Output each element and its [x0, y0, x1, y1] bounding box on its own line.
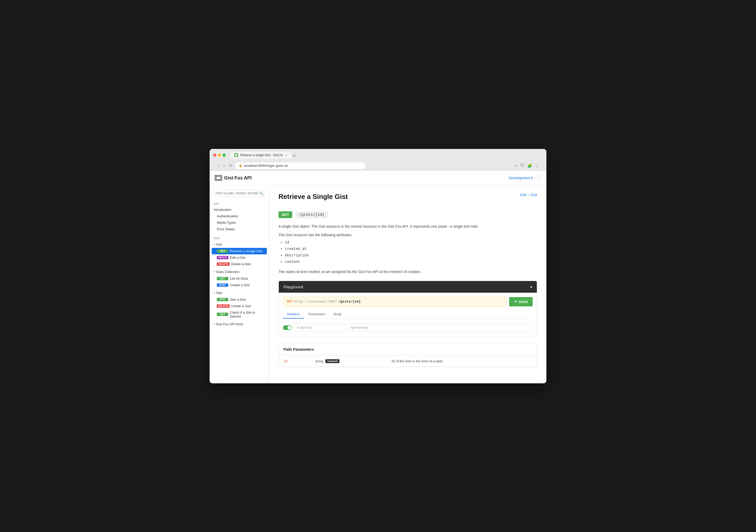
- menu-icon[interactable]: ⋮: [535, 163, 539, 168]
- browser-window: Retrieve a Single Gist - Gist Fo × + ‹ ›…: [210, 149, 546, 383]
- root-group-header[interactable]: ▾ Gist Fox API Root: [210, 321, 269, 328]
- playground-url-bar[interactable]: GET http://localhost:8087 /gists/{id}: [283, 297, 506, 306]
- browser-controls: Retrieve a Single Gist - Gist Fo × +: [213, 151, 543, 159]
- tab-favicon: [234, 153, 238, 157]
- breadcrumb: Gist / Gist: [520, 193, 537, 197]
- svg-point-0: [235, 154, 237, 156]
- page-header: Retrieve a Single Gist Gist / Gist: [279, 193, 537, 206]
- app-logo: Gist Fox API: [215, 175, 252, 181]
- root-group: ▾ Gist Fox API Root: [210, 321, 269, 328]
- send-button[interactable]: ✈ Send: [509, 297, 533, 306]
- refresh-button[interactable]: ↻: [228, 163, 233, 169]
- gists-collection-group-header[interactable]: ▾ Gists Collection: [210, 268, 269, 275]
- attr-description: description: [285, 252, 537, 258]
- param-name-id: id: [279, 356, 312, 366]
- playground-header[interactable]: Playground ▾: [279, 281, 537, 293]
- header-row: [283, 323, 533, 332]
- params-table: id string required ID of the Gist in the…: [279, 355, 537, 367]
- forward-button[interactable]: ›: [222, 163, 226, 168]
- tab-close-icon[interactable]: ×: [285, 153, 287, 157]
- extension-icon[interactable]: 🧩: [527, 163, 532, 168]
- back-button[interactable]: ‹: [217, 163, 220, 168]
- states-text: The states id and created_at are assigne…: [279, 269, 537, 275]
- breadcrumb-gist-link[interactable]: Gist: [520, 193, 526, 197]
- star-group: ▾ Star PUT Star a Gist DELETE Unstar a G…: [210, 289, 269, 320]
- header-value-input[interactable]: [348, 324, 533, 332]
- info-label: i: [538, 176, 539, 180]
- search-input[interactable]: [213, 190, 266, 197]
- gists-collection-chevron-icon: ▾: [214, 270, 215, 273]
- endpoint-badge-row: GET /gists/{id}: [279, 211, 537, 218]
- post-badge: POST: [217, 283, 228, 287]
- param-row-id: id string required ID of the Gist in the…: [279, 356, 537, 367]
- param-type-id: string required: [312, 356, 389, 366]
- env-chevron-icon: ▾: [531, 176, 533, 180]
- sidebar-item-delete-gist[interactable]: DELETE Delete a Gist: [210, 261, 269, 267]
- tab-headers[interactable]: Headers: [283, 310, 304, 319]
- close-button[interactable]: [213, 154, 216, 157]
- sidebar-item-media-types[interactable]: Media Types: [210, 219, 269, 226]
- page-title: Retrieve a Single Gist: [279, 193, 348, 201]
- lock-icon: 🔒: [239, 164, 242, 167]
- path-params-section: Path Parameters id string required ID of…: [279, 343, 537, 367]
- sidebar-item-star-gist[interactable]: PUT Star a Gist: [210, 296, 269, 303]
- header-right: Development ▾ i: [509, 175, 541, 181]
- url-host: http://localhost:8087: [294, 300, 337, 304]
- app-container: Gist Fox API Development ▾ i 🔍 AP: [210, 171, 546, 383]
- search-box: 🔍: [213, 190, 266, 197]
- playground-tabs: Headers Parameters Body: [283, 310, 533, 319]
- env-selector[interactable]: Development ▾: [509, 176, 533, 180]
- put-badge: PUT: [217, 298, 228, 301]
- attr-id: id: [285, 239, 537, 246]
- playground-body: GET http://localhost:8087 /gists/{id} ✈ …: [279, 293, 537, 337]
- list-get-badge: GET: [217, 277, 228, 280]
- playground-chevron-icon: ▾: [530, 285, 532, 289]
- app-title: Gist Fox API: [224, 175, 252, 181]
- gist-section-label: GIST: [210, 235, 269, 241]
- sidebar-item-edit-gist[interactable]: PATCH Edit a Gist: [210, 254, 269, 261]
- header-toggle[interactable]: [283, 325, 292, 330]
- param-id-text: id: [284, 359, 287, 363]
- sidebar-item-introduction[interactable]: Introduction: [210, 206, 269, 213]
- shield-icon[interactable]: 🛡: [521, 163, 525, 168]
- traffic-lights: [213, 154, 226, 157]
- active-tab[interactable]: Retrieve a Single Gist - Gist Fo ×: [230, 151, 291, 159]
- endpoint-path: /gists/{id}: [295, 211, 328, 218]
- tab-body[interactable]: Body: [330, 310, 346, 319]
- star-group-header[interactable]: ▾ Star: [210, 289, 269, 296]
- bookmark-icon[interactable]: ☆: [514, 163, 518, 168]
- unstar-delete-badge: DELETE: [217, 304, 230, 308]
- minimize-button[interactable]: [218, 154, 221, 157]
- sidebar: 🔍 API Introduction Authentication Media …: [210, 185, 269, 383]
- sidebar-item-error-states[interactable]: Error States: [210, 226, 269, 232]
- star-chevron-icon: ▾: [214, 291, 215, 294]
- maximize-button[interactable]: [223, 154, 226, 157]
- logo-icon: [215, 175, 222, 181]
- new-tab-button[interactable]: +: [293, 153, 296, 159]
- sidebar-item-check-starred[interactable]: GET Check if a Gist is Starred: [210, 309, 269, 320]
- toggle-knob: [287, 326, 291, 330]
- path-params-title: Path Parameters: [284, 347, 314, 352]
- sidebar-item-authentication[interactable]: Authentication: [210, 213, 269, 219]
- sidebar-item-create-gist[interactable]: POST Create a Gist: [210, 282, 269, 288]
- sidebar-item-unstar-gist[interactable]: DELETE Unstar a Gist: [210, 303, 269, 309]
- sidebar-item-retrieve-gist[interactable]: GET Retrieve a Single Gist: [212, 248, 267, 254]
- sidebar-item-list-gists[interactable]: GET List All Gists: [210, 275, 269, 282]
- env-label: Development: [509, 176, 530, 180]
- description-1: A single Gist object. The Gist resource …: [279, 224, 537, 229]
- gist-group-header[interactable]: ▾ Gist: [210, 241, 269, 248]
- address-bar-row: ‹ › ↻ 🔒 localhost:8000/#/get~gists~id ☆ …: [213, 161, 543, 171]
- delete-badge: DELETE: [217, 262, 230, 266]
- breadcrumb-gist-link-2[interactable]: Gist: [530, 193, 537, 197]
- address-bar[interactable]: 🔒 localhost:8000/#/get~gists~id: [235, 162, 365, 169]
- states-created-at-italic: created_at: [307, 270, 324, 274]
- gist-chevron-icon: ▾: [214, 243, 215, 246]
- param-description: ID of the Gist in the form of a hash.: [389, 356, 537, 366]
- info-button[interactable]: i: [535, 175, 541, 181]
- header-key-input[interactable]: [294, 324, 346, 332]
- url-method: GET: [287, 300, 293, 304]
- address-url: localhost:8000/#/get~gists~id: [244, 164, 287, 168]
- tab-parameters[interactable]: Parameters: [304, 310, 330, 319]
- playground-section: Playground ▾ GET http://localhost:8087 /…: [279, 281, 537, 337]
- toolbar-right: ☆ 🛡 🧩 ⋮: [514, 163, 539, 168]
